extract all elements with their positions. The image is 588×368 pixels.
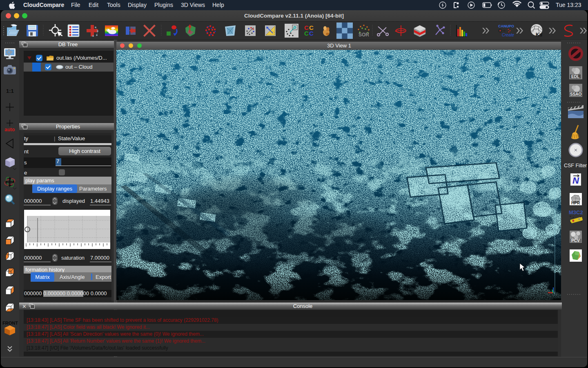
svg-text:C: C [309,30,314,37]
svg-text:1:1: 1:1 [6,88,14,94]
svg-text:SSAO: SSAO [570,92,582,96]
svg-text:C: C [304,30,309,37]
svg-text:M3C2: M3C2 [569,209,583,215]
svg-text:Kd: Kd [536,32,542,38]
svg-text:CSF Filter: CSF Filter [564,163,587,168]
svg-text:CANUPO: CANUPO [498,24,514,28]
svg-text:HPR: HPR [571,201,580,205]
svg-text:EDL: EDL [571,74,579,79]
svg-text:PCV: PCV [571,238,580,243]
svg-text:auto: auto [4,127,15,132]
svg-text:SOR: SOR [359,32,369,38]
svg-text:N: N [572,175,579,186]
svg-text:Create: Create [502,33,514,37]
svg-text:FRONT: FRONT [2,321,18,325]
